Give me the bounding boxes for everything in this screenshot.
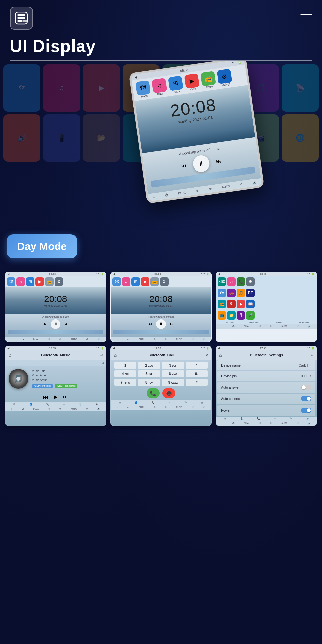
dial-1[interactable]: 1 xyxy=(114,362,137,369)
btsb2-home[interactable]: ⌂ xyxy=(222,422,223,425)
btmb2-snow[interactable]: ❄ xyxy=(48,408,50,410)
mn3d-filemanager[interactable]: 📁 xyxy=(227,311,236,320)
m1-play[interactable]: ⏸ xyxy=(51,319,60,329)
mb2-power[interactable]: ⏻ xyxy=(127,338,129,341)
bb-vol[interactable]: 🔊 xyxy=(253,181,257,184)
btsb2-snow[interactable]: ❄ xyxy=(259,422,261,425)
m2-play[interactable]: ⏸ xyxy=(156,319,166,329)
tablet-nav-maps[interactable]: 🗺 xyxy=(135,80,151,96)
btcb-phone[interactable]: 📞 xyxy=(152,401,155,404)
btsb-phone[interactable]: 📞 xyxy=(257,417,260,420)
mb2-home[interactable]: ⌂ xyxy=(117,338,118,341)
logo-icon[interactable] xyxy=(10,7,33,30)
m2-prev[interactable]: ⏮ xyxy=(148,322,152,326)
tablet-nav-vedio[interactable]: ▶ xyxy=(184,73,199,89)
bb-home[interactable]: ⌂ xyxy=(153,195,155,199)
btcb-person[interactable]: 👤 xyxy=(135,401,138,404)
btmb-music[interactable]: ♫ xyxy=(63,403,65,406)
bt-play[interactable]: ▶ xyxy=(54,394,58,400)
bt-prev[interactable]: ⏮ xyxy=(43,394,48,400)
btmb-phone[interactable]: 📞 xyxy=(46,403,49,406)
mn3-phone[interactable]: 📞 xyxy=(237,277,245,286)
dial-6[interactable]: 6 MNO xyxy=(162,370,184,377)
power-toggle[interactable] xyxy=(301,408,311,413)
btcb2-snow[interactable]: ❄ xyxy=(154,406,156,409)
mb1-power[interactable]: ⏻ xyxy=(22,338,24,341)
mn2-apps[interactable]: ⊞ xyxy=(131,277,140,286)
auto-connect-toggle[interactable] xyxy=(301,396,311,401)
mb3-vol[interactable]: 🔊 xyxy=(308,325,311,328)
bb-snow[interactable]: ❄ xyxy=(196,189,199,193)
mn3d-avin[interactable]: 📺 xyxy=(218,311,226,320)
mn1-radio[interactable]: 📻 xyxy=(45,277,54,286)
m1-next[interactable]: ⏭ xyxy=(64,322,68,326)
mn2-vedio[interactable]: ▶ xyxy=(141,277,150,286)
tablet-nav-settings[interactable]: ⚙ xyxy=(217,69,232,84)
tablet-nav-apps[interactable]: ⊞ xyxy=(168,76,183,91)
mn3b-maps[interactable]: 🗺 xyxy=(218,289,226,297)
btmb2-vol[interactable]: 🔊 xyxy=(97,408,100,410)
dial-4[interactable]: 4 GHI xyxy=(114,370,137,377)
mn3b-origcar[interactable]: 🚗 xyxy=(227,289,236,297)
btmb2-power[interactable]: ⏻ xyxy=(22,408,24,410)
mn2-maps[interactable]: 🗺 xyxy=(112,277,121,286)
mb3-refresh[interactable]: ↺ xyxy=(297,325,299,328)
mb3-power[interactable]: ⏻ xyxy=(232,325,235,328)
btcb2-loop[interactable]: ⟳ xyxy=(165,406,167,409)
btcb2-home[interactable]: ⌂ xyxy=(117,406,118,409)
mb3-home[interactable]: ⌂ xyxy=(222,325,223,328)
mn3d-dispsettings[interactable]: 🎛 xyxy=(237,311,245,320)
dial-0[interactable]: 0- xyxy=(186,370,208,377)
btcb-clip[interactable]: 📎 xyxy=(184,401,187,404)
mn3d-voicecontrol[interactable]: 🎤 xyxy=(246,311,255,320)
m1-prev[interactable]: ⏮ xyxy=(43,322,47,326)
mn2-music[interactable]: ♫ xyxy=(122,277,130,286)
bb-power[interactable]: ⏻ xyxy=(165,193,168,197)
play-pause-btn[interactable]: ⏸ xyxy=(192,155,210,173)
dial-hash[interactable]: # xyxy=(186,379,208,386)
dial-star[interactable]: * xyxy=(186,362,208,369)
mn1-vedio[interactable]: ▶ xyxy=(35,277,44,286)
mn3b-bt[interactable]: BT xyxy=(246,289,255,297)
mb2-vol[interactable]: 🔊 xyxy=(202,338,205,341)
mb1-refresh[interactable]: ↺ xyxy=(86,338,88,341)
mb1-loop[interactable]: ⟳ xyxy=(59,338,61,341)
btc-home[interactable]: ⌂ xyxy=(114,352,117,358)
mn3c-radio[interactable]: 📻 xyxy=(218,300,226,308)
btsb2-power[interactable]: ⏻ xyxy=(232,422,235,425)
btsb-circle[interactable]: ◉ xyxy=(307,417,309,420)
mn3-carsettings[interactable]: ⚙ xyxy=(246,277,255,286)
dial-2[interactable]: 2 ABC xyxy=(138,362,160,369)
bb-loop[interactable]: ⟳ xyxy=(209,187,212,191)
hamburger-menu[interactable] xyxy=(300,7,312,15)
mb1-snow[interactable]: ❄ xyxy=(48,338,50,341)
device-pin-chevron[interactable]: › xyxy=(310,374,311,378)
bt-next[interactable]: ⏭ xyxy=(63,394,68,400)
dial-7[interactable]: 7 PQRS xyxy=(114,379,137,386)
mb3-snow[interactable]: ❄ xyxy=(259,325,261,328)
bts-back-btn[interactable]: ↩ xyxy=(311,353,313,357)
mn3b-kuwooo[interactable]: 🎵 xyxy=(237,289,245,297)
mn1-music[interactable]: ♫ xyxy=(16,277,25,286)
btcb-circle[interactable]: ◉ xyxy=(201,401,203,404)
mb1-vol[interactable]: 🔊 xyxy=(97,338,100,341)
btcb2-refresh[interactable]: ↺ xyxy=(192,406,194,409)
end-call-btn[interactable]: 📵 xyxy=(162,388,175,398)
btmb2-home[interactable]: ⌂ xyxy=(11,408,12,410)
btmb-grid[interactable]: ⊞ xyxy=(13,403,15,406)
btcb-grid[interactable]: ⊞ xyxy=(119,401,121,404)
btsb-music[interactable]: ♫ xyxy=(274,417,276,420)
m2-next[interactable]: ⏭ xyxy=(170,322,174,326)
mb2-snow[interactable]: ❄ xyxy=(154,338,156,341)
prev-icon[interactable]: ⏮ xyxy=(181,163,187,169)
btsb-grid[interactable]: ⊞ xyxy=(224,417,226,420)
btsb-person[interactable]: 👤 xyxy=(240,417,243,420)
mn3c-manual[interactable]: 📖 xyxy=(246,300,255,308)
btmb-person[interactable]: 👤 xyxy=(30,403,33,406)
mb2-loop[interactable]: ⟳ xyxy=(165,338,167,341)
mn2-radio[interactable]: 📻 xyxy=(150,277,159,286)
btsb2-loop[interactable]: ⟳ xyxy=(270,422,272,425)
btmb-clip[interactable]: 📎 xyxy=(79,403,82,406)
call-btn[interactable]: 📞 xyxy=(147,388,160,398)
auto-answer-toggle[interactable] xyxy=(301,385,311,390)
